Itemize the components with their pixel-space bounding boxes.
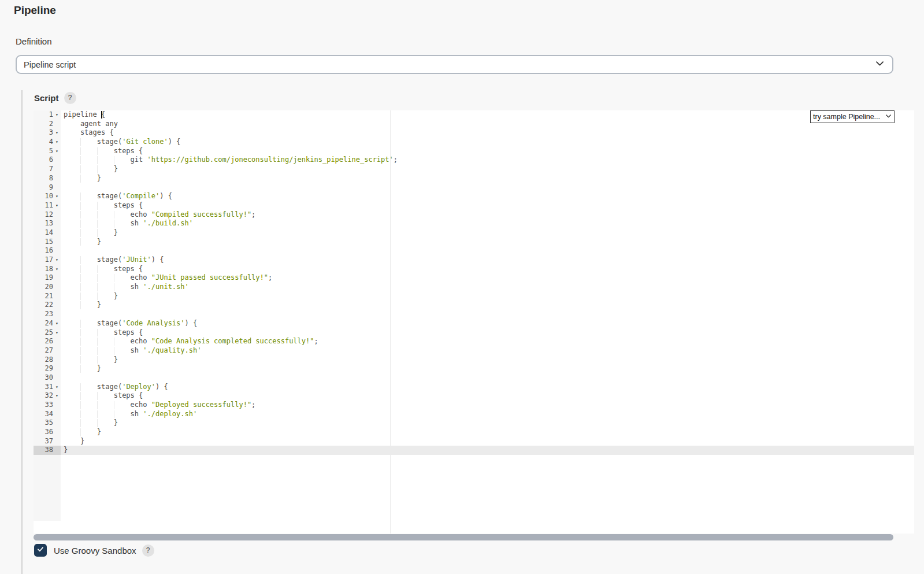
indent-guide [114,338,114,346]
indent-guide [97,392,98,400]
code-line: } [61,292,914,301]
indent-guide [80,392,81,400]
indent-guide [80,175,81,183]
line-number: 31 [34,383,53,392]
script-editor[interactable]: 1▾23▾4▾5▾678910▾11▾121314151617▾18▾19202… [34,110,914,534]
gutter-cell: 25▾ [34,328,61,338]
code-line: stage('Git clone') { [61,138,914,147]
fold-arrow-icon[interactable]: ▾ [53,110,61,120]
code-token: stage( [64,383,122,391]
script-help-button[interactable]: ? [64,92,76,104]
gutter-cell: 21 [34,292,61,301]
code-line: echo "Deployed successfully!"; [61,401,914,410]
gutter-cell: 35 [34,419,61,428]
code-line [61,373,914,383]
code-token: } [64,174,101,182]
code-line: } [61,238,914,247]
gutter-cell: 3▾ [34,128,61,138]
gutter-cell: 24▾ [34,319,61,328]
line-number: 38 [34,446,53,455]
line-number: 33 [34,401,53,410]
gutter-cell: 27 [34,346,61,355]
code-token: sh [64,219,143,227]
gutter-cell: 13 [34,219,61,228]
line-number: 5 [34,147,53,156]
fold-arrow-icon[interactable]: ▾ [53,383,61,392]
gutter-cell: 1▾ [34,110,61,120]
groovy-sandbox-checkbox[interactable] [34,544,47,557]
indent-guide [80,401,81,409]
definition-select-value: Pipeline script [24,60,874,69]
indent-guide [80,274,81,282]
fold-arrow-icon[interactable]: ▾ [53,192,61,201]
string-token: "Deployed successfully!" [151,401,251,409]
fold-arrow-icon[interactable]: ▾ [53,147,61,156]
sample-pipeline-select[interactable]: try sample Pipeline... [810,110,895,123]
fold-arrow-icon[interactable]: ▾ [53,138,61,147]
string-token: "Compiled successfully!" [151,210,251,219]
code-token: steps { [64,147,143,155]
gutter-cell: 26 [34,337,61,346]
gutter-cell: 14 [34,228,61,238]
gutter-cell: 2 [34,120,61,129]
indent-guide [97,410,98,419]
indent-guide [97,292,98,301]
gutter-cell: 11▾ [34,201,61,210]
gutter-cell: 8 [34,174,61,183]
code-line: } [61,419,914,428]
line-number: 12 [34,210,53,220]
code-token: ; [251,401,255,409]
horizontal-scrollbar[interactable] [34,534,893,540]
line-number: 20 [34,283,53,292]
indent-guide [80,329,81,337]
indent-guide [97,220,98,228]
indent-guide [97,229,98,237]
editor-code[interactable]: pipeline { agent any stages { stage('Git… [61,110,914,521]
string-token: './deploy.sh' [143,410,197,418]
line-number: 28 [34,355,53,365]
indent-guide [80,410,81,419]
gutter-cell: 17▾ [34,255,61,265]
code-token: } [64,446,68,454]
code-line: } [61,428,914,437]
fold-arrow-icon[interactable]: ▾ [53,128,61,138]
pipeline-config-page: Pipeline Definition Pipeline script Scri… [0,0,924,574]
line-number: 13 [34,219,53,228]
indent-guide [114,283,114,291]
gutter-cell: 32▾ [34,391,61,401]
sample-pipeline-select-value: try sample Pipeline... [813,113,883,121]
gutter-cell: 6 [34,155,61,165]
line-number: 22 [34,301,53,310]
line-number: 24 [34,319,53,328]
chevron-down-icon [885,112,892,121]
line-number: 30 [34,373,53,383]
code-line: sh './quality.sh' [61,346,914,355]
line-number: 8 [34,174,53,183]
gutter-cell: 38 [34,446,61,455]
code-token: stage( [64,255,122,264]
line-number: 4 [34,138,53,147]
indent-guide [80,147,81,155]
definition-select[interactable]: Pipeline script [16,55,893,74]
code-token: steps { [64,391,143,399]
fold-arrow-icon[interactable]: ▾ [53,328,61,338]
fold-arrow-icon[interactable]: ▾ [53,391,61,401]
fold-arrow-icon[interactable]: ▾ [53,255,61,265]
line-number: 7 [34,165,53,174]
fold-arrow-icon[interactable]: ▾ [53,201,61,210]
indent-guide [97,401,98,409]
fold-arrow-icon[interactable]: ▾ [53,265,61,274]
code-line: echo "Compiled successfully!"; [61,210,914,220]
line-number: 1 [34,110,53,120]
indent-guide [97,329,98,337]
indent-guide [80,347,81,355]
page-title: Pipeline [14,4,56,17]
gutter-cell: 31▾ [34,383,61,392]
line-number: 23 [34,310,53,319]
code-token: ; [251,210,255,219]
sandbox-help-button[interactable]: ? [142,545,154,557]
indent-guide [114,156,114,164]
gutter-cell: 18▾ [34,265,61,274]
fold-arrow-icon[interactable]: ▾ [53,319,61,328]
code-line: stages { [61,128,914,138]
